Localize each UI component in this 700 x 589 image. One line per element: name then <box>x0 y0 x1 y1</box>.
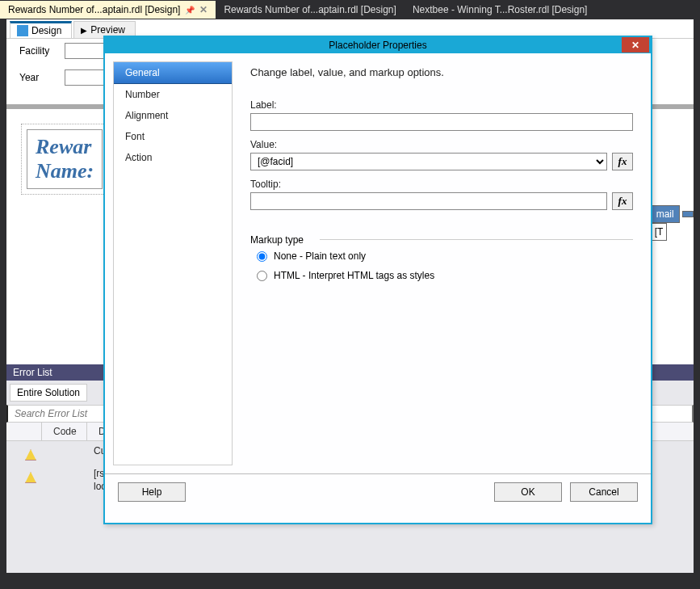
dialog-title[interactable]: Placeholder Properties ✕ <box>105 37 651 53</box>
dialog-summary: Change label, value, and markup options. <box>250 66 633 78</box>
preview-icon: ▶ <box>81 26 87 35</box>
cancel-button[interactable]: Cancel <box>570 482 638 502</box>
nav-action[interactable]: Action <box>114 147 232 168</box>
report-design-surface[interactable]: Rewar Name: <box>21 124 108 195</box>
report-title2: Name: <box>36 159 94 183</box>
tooltip-label: Tooltip: <box>250 179 633 190</box>
placeholder-properties-dialog: Placeholder Properties ✕ General Number … <box>103 36 652 524</box>
dialog-close-button[interactable]: ✕ <box>622 37 649 53</box>
column-value[interactable]: [T <box>651 223 668 241</box>
markup-title: Markup type <box>250 234 304 246</box>
tab-label: Rewards Number of...aptain.rdl [Design] <box>8 4 180 15</box>
facility-input[interactable] <box>65 43 108 59</box>
help-button[interactable]: Help <box>118 482 186 502</box>
value-expression-button[interactable]: fx <box>612 153 633 170</box>
year-input[interactable] <box>65 69 108 86</box>
radio-none-label: None - Plain text only <box>274 250 366 262</box>
tab-preview-label: Preview <box>90 24 125 36</box>
markup-radio-none[interactable]: None - Plain text only <box>250 246 633 266</box>
dialog-footer: Help OK Cancel <box>105 473 651 510</box>
facility-label: Facility <box>19 45 58 57</box>
dialog-content: Change label, value, and markup options.… <box>233 53 651 473</box>
dialog-nav: General Number Alignment Font Action <box>113 61 233 465</box>
tablix-columns: mail [T <box>651 205 694 241</box>
tab-doc-3[interactable]: Nextbee - Winning T...Roster.rdl [Design… <box>404 1 596 19</box>
warning-icon <box>25 449 36 461</box>
radio-html[interactable] <box>257 271 267 281</box>
tab-label: Rewards Number of...aptain.rdl [Design] <box>224 4 396 15</box>
warning-icon <box>25 472 36 483</box>
tab-label: Nextbee - Winning T...Roster.rdl [Design… <box>413 4 588 15</box>
close-icon[interactable]: ✕ <box>199 4 207 15</box>
nav-alignment[interactable]: Alignment <box>114 105 232 126</box>
pin-icon[interactable]: 📌 <box>185 6 195 15</box>
value-select[interactable]: [@facid] <box>250 153 607 170</box>
column-header[interactable]: mail <box>651 205 680 223</box>
label-input[interactable] <box>250 113 633 131</box>
design-icon <box>17 25 28 36</box>
col-code[interactable]: Code <box>42 423 87 440</box>
radio-none[interactable] <box>257 251 267 262</box>
col-icon[interactable] <box>6 423 42 440</box>
radio-html-label: HTML - Interpret HTML tags as styles <box>274 270 434 281</box>
value-label: Value: <box>250 139 633 150</box>
tab-doc-2[interactable]: Rewards Number of...aptain.rdl [Design] <box>216 1 404 19</box>
tooltip-expression-button[interactable]: fx <box>612 192 633 210</box>
nav-font[interactable]: Font <box>114 126 232 147</box>
report-title1: Rewar <box>36 135 94 159</box>
markup-radio-html[interactable]: HTML - Interpret HTML tags as styles <box>250 266 633 285</box>
ok-button[interactable]: OK <box>494 482 562 502</box>
tab-design-label: Design <box>31 25 61 36</box>
document-tabs: Rewards Number of...aptain.rdl [Design] … <box>0 0 700 19</box>
tab-doc-1[interactable]: Rewards Number of...aptain.rdl [Design] … <box>0 1 216 19</box>
error-scope-dropdown[interactable]: Entire Solution <box>10 384 87 402</box>
label-label: Label: <box>250 99 633 111</box>
tab-design[interactable]: Design <box>10 21 72 38</box>
markup-group: Markup type None - Plain text only HTML … <box>250 234 633 285</box>
tooltip-input[interactable] <box>250 192 607 210</box>
nav-general[interactable]: General <box>114 62 232 84</box>
year-label: Year <box>19 72 58 83</box>
nav-number[interactable]: Number <box>114 84 232 105</box>
